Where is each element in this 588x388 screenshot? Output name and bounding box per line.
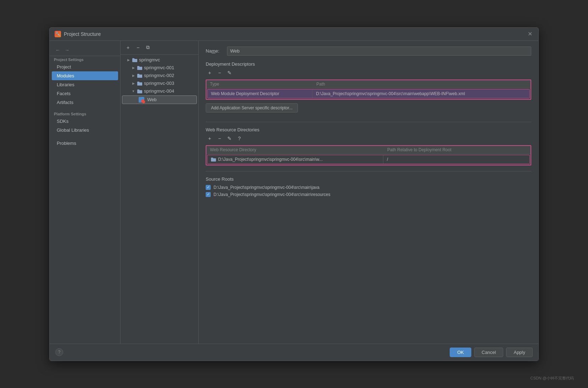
wr-table: Web Resource Directory Path Relative to …: [206, 145, 531, 165]
middle-panel: + − ⧉ ▶ springmvc ▶: [121, 41, 199, 344]
nav-arrows: ← →: [50, 44, 120, 56]
cancel-button[interactable]: Cancel: [474, 348, 503, 357]
svg-rect-14: [211, 158, 213, 159]
table-row[interactable]: D:\Java_Project\springmvc\springmvc-004\…: [207, 155, 530, 164]
wr-add-button[interactable]: +: [206, 135, 213, 142]
tree-arrow-002: ▶: [131, 73, 135, 78]
sidebar-item-facets[interactable]: Facets: [50, 89, 120, 98]
dd-edit-button[interactable]: ✎: [226, 69, 233, 77]
source-root-java: D:\Java_Project\springmvc\springmvc-004\…: [213, 185, 320, 190]
sidebar-item-problems[interactable]: Problems: [50, 139, 120, 148]
tree-item-springmvc-004[interactable]: ▼ springmvc-004: [121, 87, 198, 95]
middle-toolbar: + − ⧉: [121, 41, 198, 55]
help-button[interactable]: ?: [55, 348, 63, 356]
wr-col-dir: Web Resource Directory: [206, 146, 384, 154]
wr-remove-button[interactable]: −: [216, 135, 223, 142]
svg-rect-6: [137, 82, 142, 86]
wr-row-relative: /: [383, 155, 529, 164]
watermark: CSDN @小钟不完整代码: [531, 376, 574, 381]
sidebar-item-artifacts[interactable]: Artifacts: [50, 98, 120, 107]
dd-remove-button[interactable]: −: [216, 69, 223, 77]
svg-rect-13: [211, 158, 216, 162]
back-button[interactable]: ←: [54, 47, 62, 54]
source-root-resources: D:\Java_Project\springmvc\springmvc-004\…: [213, 192, 330, 197]
folder-icon-004: [137, 88, 143, 94]
tree-item-web[interactable]: + Web: [122, 95, 197, 104]
folder-icon-002: [137, 73, 143, 78]
svg-rect-0: [132, 59, 137, 62]
remove-module-button[interactable]: −: [134, 44, 142, 51]
right-panel: Name: Deployment Descriptors + − ✎ Type …: [199, 41, 538, 344]
apply-button[interactable]: Apply: [506, 348, 533, 357]
dd-col-path: Path: [313, 80, 531, 88]
title-bar-left: 🔧 Project Structure: [55, 31, 101, 37]
wr-col-relative: Path Relative to Deployment Root: [384, 146, 531, 154]
list-item: D:\Java_Project\springmvc\springmvc-004\…: [206, 191, 531, 198]
svg-rect-1: [132, 58, 134, 59]
svg-rect-3: [137, 66, 139, 67]
sidebar-item-global-libraries[interactable]: Global Libraries: [50, 126, 120, 135]
wr-toolbar: + − ✎ ?: [206, 135, 531, 142]
svg-rect-8: [137, 90, 142, 93]
dd-table: Type Path Web Module Deployment Descript…: [206, 80, 531, 100]
svg-text:+: +: [142, 100, 144, 103]
ok-button[interactable]: OK: [450, 348, 471, 357]
tree-item-springmvc-003[interactable]: ▶ springmvc-003: [121, 80, 198, 87]
checkbox-java[interactable]: [206, 185, 211, 190]
sidebar-item-project[interactable]: Project: [50, 62, 120, 71]
table-row[interactable]: Web Module Deployment Descriptor D:\Java…: [207, 89, 530, 98]
tree-label-001: springmvc-001: [144, 65, 174, 70]
left-panel: ← → Project Settings Project Modules Lib…: [50, 41, 121, 344]
name-field-row: Name:: [206, 47, 531, 56]
tree-arrow-001: ▶: [131, 66, 135, 70]
wr-row-path: D:\Java_Project\springmvc\springmvc-004\…: [207, 155, 383, 164]
app-icon: 🔧: [55, 31, 61, 37]
forward-button[interactable]: →: [63, 47, 71, 54]
module-tree: ▶ springmvc ▶ springmvc-001: [121, 55, 198, 344]
deployment-descriptors-title: Deployment Descriptors: [206, 61, 531, 67]
sidebar-item-sdks[interactable]: SDKs: [50, 117, 120, 126]
svg-rect-9: [137, 89, 139, 91]
name-input[interactable]: [227, 47, 531, 56]
tree-item-springmvc[interactable]: ▶ springmvc: [121, 56, 198, 64]
tree-arrow-003: ▶: [131, 81, 135, 86]
tree-arrow-springmvc: ▶: [126, 58, 131, 62]
copy-module-button[interactable]: ⧉: [144, 44, 152, 51]
wr-table-header: Web Resource Directory Path Relative to …: [206, 146, 531, 154]
folder-icon-003: [137, 81, 143, 86]
dd-table-header: Type Path: [206, 80, 531, 88]
dd-row-path: D:\Java_Project\springmvc\springmvc-004\…: [312, 89, 529, 98]
tree-label-springmvc: springmvc: [139, 57, 160, 62]
dialog-body: ← → Project Settings Project Modules Lib…: [50, 41, 538, 344]
dd-toolbar: + − ✎: [206, 69, 531, 77]
dd-add-button[interactable]: +: [206, 69, 213, 77]
project-settings-label: Project Settings: [50, 56, 120, 62]
add-descriptor-button[interactable]: Add Application Server specific descript…: [206, 103, 298, 113]
web-resource-title: Web Resource Directories: [206, 127, 531, 132]
folder-icon-springmvc: [132, 57, 138, 63]
tree-arrow-004: ▼: [131, 89, 135, 93]
dd-row-type: Web Module Deployment Descriptor: [207, 89, 312, 98]
web-facet-icon: +: [139, 97, 144, 103]
svg-rect-2: [137, 67, 142, 70]
checkbox-resources[interactable]: [206, 192, 211, 197]
svg-rect-4: [137, 75, 142, 78]
sidebar-item-modules[interactable]: Modules: [52, 71, 118, 80]
folder-icon-001: [137, 65, 143, 71]
tree-item-springmvc-001[interactable]: ▶ springmvc-001: [121, 64, 198, 72]
wr-help-button[interactable]: ?: [235, 135, 243, 142]
sidebar-item-libraries[interactable]: Libraries: [50, 80, 120, 89]
wr-edit-button[interactable]: ✎: [226, 135, 233, 142]
tree-label-002: springmvc-002: [144, 73, 174, 78]
name-label: Name:: [206, 48, 223, 54]
web-resource-section: Web Resource Directories + − ✎ ? Web Res…: [206, 122, 531, 165]
source-roots-section: Source Roots D:\Java_Project\springmvc\s…: [206, 171, 531, 198]
add-module-button[interactable]: +: [124, 44, 132, 51]
tree-label-004: springmvc-004: [144, 88, 174, 94]
platform-settings-label: Platform Settings: [50, 110, 120, 117]
tree-item-springmvc-002[interactable]: ▶ springmvc-002: [121, 72, 198, 80]
source-roots-title: Source Roots: [206, 176, 531, 182]
dialog-footer: ? OK Cancel Apply: [50, 344, 538, 361]
dd-col-type: Type: [206, 80, 313, 88]
close-button[interactable]: ✕: [526, 31, 533, 38]
